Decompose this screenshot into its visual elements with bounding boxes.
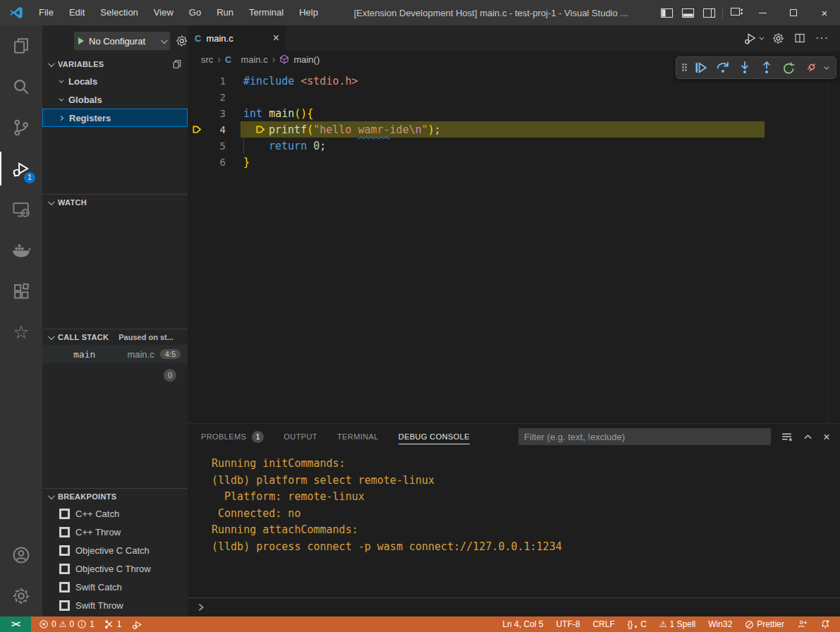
code-line-3[interactable]: 3 int main(){: [188, 105, 840, 121]
close-tab-icon[interactable]: ×: [273, 32, 279, 44]
breakpoint-cpp-catch[interactable]: C++ Catch: [42, 504, 188, 523]
breakpoint-objc-catch[interactable]: Objective C Catch: [42, 541, 188, 559]
menu-terminal[interactable]: Terminal: [241, 0, 291, 25]
remote-indicator[interactable]: ><: [0, 616, 31, 632]
step-over-button[interactable]: [714, 59, 731, 76]
close-panel-icon[interactable]: ×: [823, 431, 830, 443]
notifications-bell[interactable]: [816, 619, 834, 629]
problems-status[interactable]: 0 ⚠ 0 1: [35, 619, 99, 629]
close-window-button[interactable]: ×: [809, 0, 840, 25]
toggle-panel-icon[interactable]: [677, 0, 698, 25]
breadcrumb-folder[interactable]: src: [201, 54, 213, 65]
variables-scope-locals[interactable]: Locals: [42, 72, 188, 90]
drag-handle-icon[interactable]: [682, 63, 688, 72]
stack-frame-row[interactable]: main main.c 4:5: [42, 345, 188, 363]
docker-icon: [11, 241, 31, 260]
code-line-5[interactable]: 5 return 0;: [188, 138, 840, 154]
code-editor[interactable]: 1 #include <stdio.h> 2 3 int main(){ 4 p…: [188, 68, 840, 423]
activity-run-debug[interactable]: 1: [0, 148, 42, 189]
encoding-indicator[interactable]: UTF-8: [552, 619, 584, 629]
language-mode[interactable]: { } C: [623, 619, 651, 629]
activity-settings[interactable]: [0, 576, 42, 616]
console-input-row[interactable]: [188, 597, 840, 616]
debug-config-dropdown[interactable]: No Configurat: [74, 32, 170, 50]
customize-layout-icon[interactable]: [726, 0, 747, 25]
tab-problems[interactable]: PROBLEMS 1: [201, 424, 264, 449]
menu-view[interactable]: View: [146, 0, 181, 25]
formatter-status[interactable]: Prettier: [741, 619, 789, 629]
breakpoint-swift-throw[interactable]: Swift Throw: [42, 596, 188, 614]
checkbox[interactable]: [59, 600, 70, 611]
breakpoint-objc-throw[interactable]: Objective C Throw: [42, 559, 188, 578]
activity-accounts[interactable]: [0, 535, 42, 576]
editor-settings-gear-icon[interactable]: [772, 32, 784, 44]
restart-button[interactable]: [780, 59, 797, 76]
eol-indicator[interactable]: CRLF: [588, 619, 619, 629]
tab-main-c[interactable]: C main.c ×: [188, 25, 286, 51]
checkbox[interactable]: [59, 564, 70, 574]
activity-docker[interactable]: [0, 230, 42, 271]
debug-badge: 1: [24, 172, 35, 183]
checkbox[interactable]: [59, 509, 70, 519]
tab-output[interactable]: OUTPUT: [284, 424, 317, 449]
tab-terminal[interactable]: TERMINAL: [337, 424, 379, 449]
launch-settings-gear-icon[interactable]: [176, 35, 188, 47]
checkbox[interactable]: [59, 527, 70, 537]
activity-remote-explorer[interactable]: [0, 189, 42, 230]
feedback-button[interactable]: [793, 619, 812, 629]
console-filter[interactable]: [518, 428, 771, 445]
toggle-sidebar-icon[interactable]: [656, 0, 677, 25]
breakpoint-cpp-throw[interactable]: C++ Throw: [42, 523, 188, 541]
menu-edit[interactable]: Edit: [61, 0, 92, 25]
variables-scope-globals[interactable]: Globals: [42, 90, 188, 109]
continue-button[interactable]: [693, 59, 710, 76]
clear-console-icon[interactable]: [781, 431, 793, 443]
menu-file[interactable]: File: [31, 0, 61, 25]
menu-selection[interactable]: Selection: [92, 0, 145, 25]
activity-extensions[interactable]: [0, 271, 42, 312]
breakpoint-gutter[interactable]: [188, 124, 206, 135]
breakpoint-swift-catch[interactable]: Swift Catch: [42, 578, 188, 596]
disconnect-button[interactable]: [802, 59, 819, 76]
debug-status[interactable]: [128, 619, 147, 630]
variables-header[interactable]: VARIABLES: [42, 56, 188, 72]
run-or-debug-button[interactable]: [744, 32, 762, 44]
minimize-button[interactable]: [747, 0, 778, 25]
activity-source-control[interactable]: [0, 107, 42, 148]
more-actions-icon[interactable]: ···: [815, 32, 829, 44]
chevron-down-icon[interactable]: [824, 64, 829, 69]
maximize-panel-icon[interactable]: [803, 432, 813, 442]
call-stack-header[interactable]: CALL STACK Paused on st...: [42, 329, 188, 345]
platform-indicator[interactable]: Win32: [704, 619, 736, 629]
menu-go[interactable]: Go: [181, 0, 209, 25]
checkbox[interactable]: [59, 582, 70, 592]
breakpoints-header[interactable]: BREAKPOINTS: [42, 489, 188, 504]
checkbox[interactable]: [59, 545, 70, 556]
menu-run[interactable]: Run: [209, 0, 241, 25]
activity-explorer[interactable]: [0, 25, 42, 66]
debug-toolbar: [676, 56, 836, 79]
cursor-position[interactable]: Ln 4, Col 5: [498, 619, 547, 629]
menu-help[interactable]: Help: [291, 0, 326, 25]
step-into-button[interactable]: [736, 59, 753, 76]
code-line-6[interactable]: 6 }: [188, 154, 840, 170]
code-line-4-current[interactable]: 4 printf("hello wamr-ide\n");: [188, 121, 840, 138]
spell-checker-status[interactable]: ⚠ 1 Spell: [655, 619, 700, 629]
code-line-2[interactable]: 2: [188, 89, 840, 105]
frame-function: main: [73, 349, 95, 360]
step-out-button[interactable]: [758, 59, 775, 76]
debug-console-output[interactable]: Running initCommands: (lldb) platform se…: [188, 450, 840, 597]
toggle-secondary-sidebar-icon[interactable]: [698, 0, 719, 25]
watch-header[interactable]: WATCH: [42, 195, 188, 210]
maximize-button[interactable]: [778, 0, 809, 25]
activity-search[interactable]: [0, 66, 42, 107]
breadcrumb-symbol[interactable]: main(): [293, 54, 319, 65]
breadcrumb-file[interactable]: main.c: [241, 54, 267, 65]
filter-input[interactable]: [524, 432, 765, 442]
ports-status[interactable]: 1: [100, 619, 126, 629]
copy-value-icon[interactable]: [172, 59, 182, 69]
tab-debug-console[interactable]: DEBUG CONSOLE: [398, 424, 470, 449]
split-editor-icon[interactable]: [794, 32, 805, 44]
activity-favorites[interactable]: ☆: [0, 312, 42, 353]
variables-scope-registers[interactable]: Registers: [42, 109, 188, 127]
